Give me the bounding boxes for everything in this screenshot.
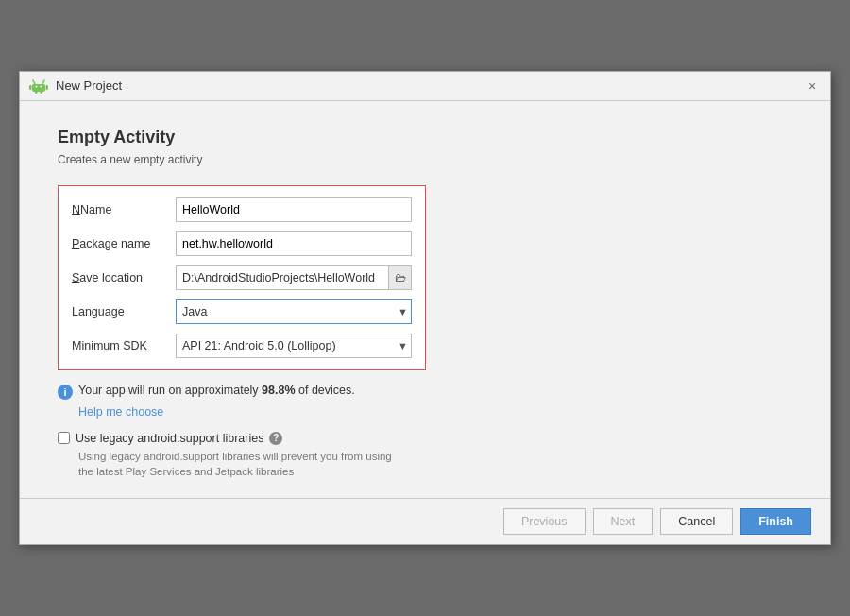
min-sdk-dropdown[interactable]: API 21: Android 5.0 (Lollipop) API 22 AP… xyxy=(176,334,412,358)
window-title: New Project xyxy=(56,78,122,93)
tooltip-icon[interactable]: ? xyxy=(269,432,282,445)
min-sdk-label: Minimum SDK xyxy=(72,339,176,352)
svg-rect-7 xyxy=(35,91,38,94)
save-location-field-wrapper: 🗁 xyxy=(176,265,412,290)
folder-icon: 🗁 xyxy=(395,271,406,284)
legacy-checkbox-label[interactable]: Use legacy android.support libraries xyxy=(76,432,264,445)
svg-line-1 xyxy=(33,80,35,84)
language-label: Language xyxy=(72,305,176,318)
section-subtitle: Creates a new empty activity xyxy=(58,153,792,166)
name-row: NName xyxy=(72,197,412,222)
title-bar: New Project × xyxy=(20,72,830,101)
legacy-checkbox[interactable] xyxy=(58,432,70,444)
language-row: Language Java Kotlin ▼ xyxy=(72,299,412,324)
info-icon: i xyxy=(58,385,73,400)
close-button[interactable]: × xyxy=(804,77,821,94)
min-sdk-field-wrapper: API 21: Android 5.0 (Lollipop) API 22 AP… xyxy=(176,334,412,358)
save-location-label: Save location xyxy=(72,271,176,284)
package-label: Package name xyxy=(72,237,176,250)
browse-folder-button[interactable]: 🗁 xyxy=(388,266,411,289)
svg-rect-6 xyxy=(46,85,49,90)
language-field-wrapper: Java Kotlin ▼ xyxy=(176,299,412,324)
svg-point-4 xyxy=(41,85,42,87)
svg-line-2 xyxy=(42,80,44,84)
package-input[interactable] xyxy=(176,231,412,256)
button-bar: Previous Next Cancel Finish xyxy=(20,498,830,544)
svg-rect-8 xyxy=(41,91,43,94)
info-text: Your app will run on approximately 98.8%… xyxy=(78,384,355,397)
svg-point-3 xyxy=(36,85,38,87)
title-bar-left: New Project xyxy=(29,78,122,94)
language-dropdown[interactable]: Java Kotlin xyxy=(176,299,412,324)
next-button[interactable]: Next xyxy=(593,508,654,535)
min-sdk-row: Minimum SDK API 21: Android 5.0 (Lollipo… xyxy=(72,334,412,358)
android-logo-icon xyxy=(29,78,48,94)
svg-rect-5 xyxy=(29,85,32,90)
legacy-checkbox-row: Use legacy android.support libraries ? xyxy=(58,432,792,445)
save-location-input[interactable] xyxy=(177,269,388,286)
name-label: NName xyxy=(72,203,176,216)
section-title: Empty Activity xyxy=(58,128,792,147)
save-location-row: Save location 🗁 xyxy=(72,265,412,290)
name-field-wrapper xyxy=(176,197,412,222)
help-link[interactable]: Help me choose xyxy=(78,405,792,419)
new-project-window: New Project × Empty Activity Creates a n… xyxy=(19,71,831,545)
package-field-wrapper xyxy=(176,231,412,256)
language-dropdown-wrapper: Java Kotlin ▼ xyxy=(176,299,412,324)
package-row: Package name xyxy=(72,231,412,256)
highlighted-form-section: NName Package name Save location xyxy=(58,185,426,370)
content-area: Empty Activity Creates a new empty activ… xyxy=(20,101,830,498)
svg-rect-0 xyxy=(32,84,45,92)
previous-button[interactable]: Previous xyxy=(503,508,586,535)
name-input[interactable] xyxy=(176,197,412,222)
save-location-input-wrapper: 🗁 xyxy=(176,265,412,290)
info-row: i Your app will run on approximately 98.… xyxy=(58,384,792,400)
finish-button[interactable]: Finish xyxy=(740,508,811,535)
min-sdk-dropdown-wrapper: API 21: Android 5.0 (Lollipop) API 22 AP… xyxy=(176,334,412,358)
cancel-button[interactable]: Cancel xyxy=(660,508,733,535)
warning-text: Using legacy android.support libraries w… xyxy=(78,449,792,479)
